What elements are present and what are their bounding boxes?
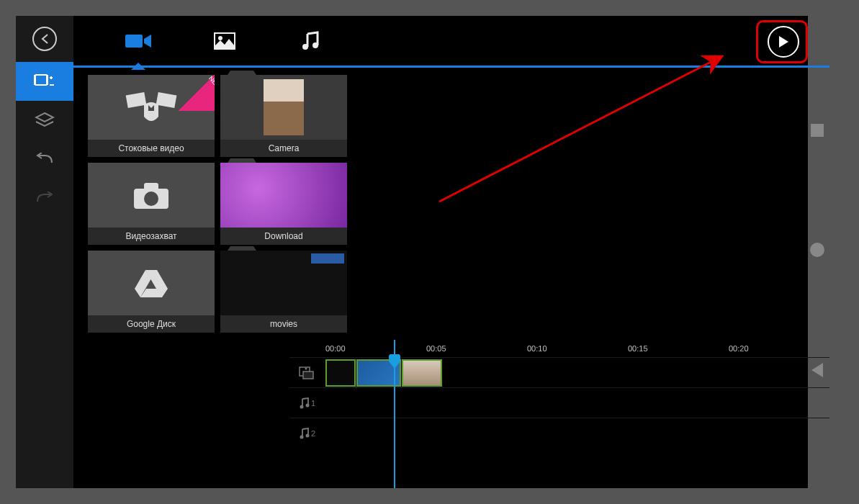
stock-video-icon [122, 89, 180, 125]
folder-label: movies [220, 315, 347, 333]
main-area: NEW Стоковые видео Camera [73, 16, 829, 488]
folder-label: Download [220, 228, 347, 245]
download-thumbnail [220, 163, 347, 228]
svg-point-6 [302, 44, 308, 50]
left-sidebar [16, 16, 73, 488]
time-tick: 00:00 [325, 344, 426, 353]
folder-label: Видеозахват [88, 228, 215, 245]
tab-image[interactable] [181, 19, 268, 63]
audio-track-1[interactable]: 1 [289, 387, 829, 418]
media-type-tabs [73, 16, 829, 68]
audio-track-head: 2 [289, 428, 325, 439]
play-button[interactable] [768, 26, 799, 58]
audio-track-2[interactable]: 2 [289, 418, 829, 448]
svg-rect-1 [34, 75, 36, 85]
video-track-head [289, 366, 325, 380]
svg-point-16 [300, 405, 303, 408]
svg-point-7 [312, 42, 318, 48]
folder-label: Стоковые видео [88, 140, 215, 157]
folder-google-drive[interactable]: Google Диск [88, 251, 215, 333]
sidebar-media-library[interactable] [16, 62, 73, 101]
sidebar-redo [16, 179, 73, 217]
app-frame: NEW Стоковые видео Camera [16, 16, 808, 488]
time-tick: 00:15 [628, 344, 729, 353]
svg-rect-8 [126, 92, 147, 108]
folder-label: Camera [220, 140, 347, 157]
svg-rect-9 [156, 92, 177, 108]
tab-video[interactable] [95, 19, 181, 63]
svg-rect-3 [125, 35, 143, 48]
audio-track-head: 1 [289, 397, 325, 409]
clip-3[interactable] [402, 359, 442, 387]
camera-icon [130, 179, 173, 212]
folder-video-capture[interactable]: Видеозахват [88, 163, 215, 245]
timeline: 00:00 00:05 00:10 00:15 00:20 [73, 340, 829, 488]
new-badge: NEW [179, 75, 215, 111]
movies-thumbnail [311, 253, 344, 264]
sidebar-undo[interactable] [16, 140, 73, 179]
time-tick: 00:10 [527, 344, 628, 353]
folder-label: Google Диск [88, 315, 215, 333]
system-nav-bar [796, 0, 839, 504]
svg-point-19 [305, 433, 309, 437]
svg-point-17 [305, 403, 309, 407]
folder-stock-video[interactable]: NEW Стоковые видео [88, 75, 215, 157]
svg-rect-0 [35, 75, 47, 85]
nav-recents-square[interactable] [810, 123, 824, 140]
svg-rect-11 [144, 183, 158, 190]
clip-1[interactable] [325, 359, 356, 387]
playhead[interactable] [394, 340, 395, 488]
sidebar-layers[interactable] [16, 101, 73, 140]
svg-point-15 [305, 367, 307, 369]
tab-music[interactable] [268, 19, 354, 63]
nav-home-circle[interactable] [809, 242, 825, 261]
time-ruler[interactable]: 00:00 00:05 00:10 00:15 00:20 [325, 340, 829, 357]
svg-point-22 [810, 243, 824, 257]
tracks-area[interactable]: 1 2 [289, 357, 829, 488]
back-button[interactable] [32, 27, 57, 51]
video-clips [325, 359, 443, 387]
folder-camera[interactable]: Camera [220, 75, 347, 157]
svg-point-12 [144, 192, 158, 206]
google-drive-icon [133, 267, 169, 299]
svg-rect-2 [46, 75, 48, 85]
folder-grid: NEW Стоковые видео Camera [73, 68, 829, 340]
folder-download[interactable]: Download [220, 163, 347, 245]
svg-rect-21 [811, 124, 824, 137]
svg-rect-14 [303, 372, 313, 379]
video-track[interactable] [289, 357, 829, 387]
nav-back-triangle[interactable] [810, 362, 824, 381]
svg-point-5 [218, 36, 222, 40]
camera-thumbnail [264, 79, 304, 135]
time-tick: 00:05 [426, 344, 527, 353]
folder-movies[interactable]: movies [220, 251, 347, 333]
svg-point-18 [300, 435, 303, 438]
